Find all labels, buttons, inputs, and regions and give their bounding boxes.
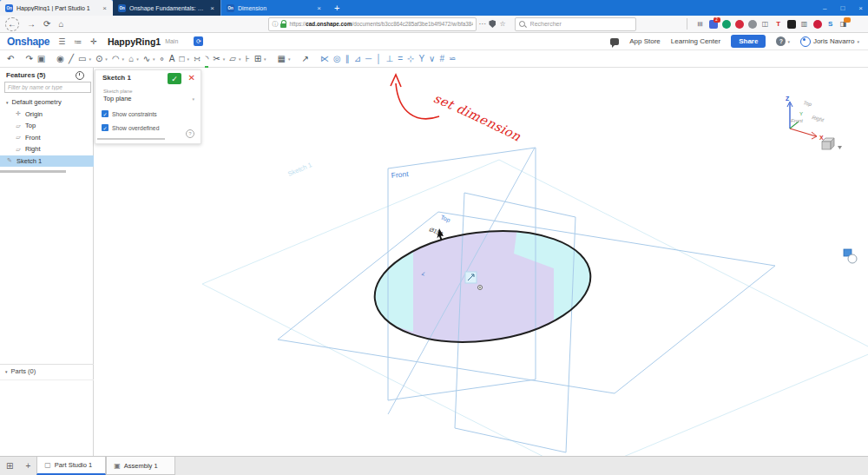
slot-tool-icon-caret[interactable]: ▾	[187, 56, 190, 62]
page-info-icon[interactable]: ⓘ	[272, 20, 278, 29]
main-menu-icon[interactable]: ☰	[58, 37, 65, 46]
ext-red-t-icon[interactable]: T	[774, 20, 783, 29]
arc-tool-icon[interactable]: ◠	[112, 52, 120, 66]
slot-tool-icon[interactable]: □	[180, 52, 185, 66]
feature-tree-item-top[interactable]: ▱Top	[0, 120, 94, 132]
pattern-constraint-icon[interactable]: #	[439, 52, 444, 66]
point-tool-icon[interactable]: ∘	[160, 52, 165, 66]
show-constraints-row[interactable]: ✓ Show constraints	[102, 110, 157, 117]
rectangle-tool-icon-caret[interactable]: ▾	[89, 56, 91, 62]
feature-tree-item-sketch-1[interactable]: ✎Sketch 1	[0, 155, 94, 168]
normal-constraint-icon[interactable]: Y	[418, 52, 424, 66]
onshape-logo[interactable]: Onshape	[7, 36, 49, 48]
ext-red-dot-icon[interactable]	[813, 20, 822, 29]
fillet-tool-icon[interactable]: ◝	[205, 52, 208, 66]
dimension-tool-icon[interactable]: ↗	[302, 52, 309, 66]
ext-window-icon[interactable]: ◫	[761, 20, 770, 29]
document-name[interactable]: HappyRing1	[108, 36, 161, 47]
tangent-constraint-icon[interactable]: ⊿	[354, 52, 361, 66]
tracking-shield-icon[interactable]	[489, 20, 496, 28]
spline-tool-icon-caret[interactable]: ▾	[153, 56, 155, 62]
feature-list-icon[interactable]: ≔	[74, 37, 82, 46]
ext-red-circle-icon[interactable]	[735, 20, 744, 29]
tab-close-icon[interactable]: ×	[102, 4, 108, 12]
reading-list-icon[interactable]: ≣	[696, 20, 705, 29]
help-icon[interactable]: ?	[776, 36, 786, 46]
help-icon[interactable]: ?	[186, 129, 194, 138]
pattern-tool-icon-caret[interactable]: ▾	[264, 56, 266, 62]
search-bar[interactable]	[515, 17, 636, 31]
app-store-link[interactable]: App Store	[629, 37, 661, 45]
show-overdefined-row[interactable]: ✓ Show overdefined	[102, 124, 159, 131]
vertical-constraint-icon[interactable]: │	[376, 52, 381, 66]
ext-sidebar-icon[interactable]: ◨	[839, 20, 848, 29]
window-minimize-button[interactable]: –	[823, 4, 826, 12]
construction-icon[interactable]: ∺	[194, 52, 201, 66]
reload-button[interactable]: ⟳	[43, 19, 50, 29]
circle-tool-icon-caret[interactable]: ▾	[105, 56, 108, 62]
user-menu[interactable]: Joris Navarro ▾	[800, 36, 859, 47]
chevron-down-icon[interactable]: ▾	[192, 96, 194, 102]
offset-constraint-icon[interactable]: ⋍	[449, 52, 456, 66]
share-button[interactable]: Share	[731, 35, 766, 48]
feature-tree-item-front[interactable]: ▱Front	[0, 132, 94, 144]
midpoint-constraint-icon[interactable]: ⊹	[407, 52, 414, 66]
browser-tab-happyring[interactable]: On HappyRing1 | Part Studio 1 ×	[0, 0, 113, 16]
sketch-plane-value[interactable]: Top plane	[103, 95, 132, 102]
comments-icon[interactable]	[610, 38, 619, 45]
cancel-button[interactable]: ✕	[188, 73, 195, 82]
feature-tree-item-default-geometry[interactable]: ▾Default geometry	[0, 96, 94, 109]
transform-tool-icon-caret[interactable]: ▾	[239, 56, 241, 62]
concentric-constraint-icon[interactable]: ◎	[333, 52, 341, 66]
learning-center-link[interactable]: Learning Center	[671, 37, 720, 45]
home-button[interactable]: ⌂	[58, 19, 63, 29]
page-actions-icon[interactable]: ⋯	[478, 20, 485, 28]
tab-close-icon[interactable]: ×	[316, 4, 322, 12]
ext-blue-s-icon[interactable]: S	[826, 20, 835, 29]
checkbox-checked-icon[interactable]: ✓	[102, 110, 108, 117]
text-tool-icon[interactable]: A	[169, 52, 175, 66]
rotate-widget[interactable]	[844, 249, 857, 263]
chevron-down-icon[interactable]: ▾	[6, 100, 9, 105]
search-input[interactable]	[529, 20, 632, 28]
view-cube[interactable]	[822, 138, 842, 149]
tab-close-icon[interactable]: ×	[209, 4, 215, 12]
sync-update-icon[interactable]: ⟳	[194, 36, 203, 46]
ext-black-square-icon[interactable]	[787, 20, 796, 29]
ext-gray-circle-icon[interactable]	[748, 20, 757, 29]
history-icon[interactable]	[76, 71, 84, 80]
forward-button[interactable]: →	[27, 19, 36, 29]
accept-button[interactable]: ✓	[168, 73, 181, 84]
feature-tree-item-right[interactable]: ▱Right	[0, 143, 94, 155]
dialog-resize-grip[interactable]	[97, 138, 165, 140]
trim-tool-icon-caret[interactable]: ▾	[223, 56, 226, 62]
image-tool-icon-caret[interactable]: ▾	[288, 56, 291, 62]
tab-part-studio[interactable]: ▢ Part Studio 1	[36, 457, 106, 475]
symmetric-constraint-icon[interactable]: ∨	[429, 52, 435, 66]
bookmark-star-icon[interactable]: ☆	[499, 20, 505, 28]
tab-assembly[interactable]: ▣ Assembly 1	[106, 457, 175, 475]
back-button[interactable]: ←	[5, 17, 19, 31]
view-cube-caret-icon[interactable]	[838, 146, 842, 149]
coincident-constraint-icon[interactable]: ⋉	[320, 52, 329, 66]
ext-blue-badge-icon[interactable]: 2	[709, 20, 718, 29]
new-element-button[interactable]: +	[19, 457, 36, 475]
arc-tool-icon-caret[interactable]: ▾	[122, 56, 125, 62]
units-icon[interactable]: ✛	[90, 37, 97, 46]
line-tool-icon[interactable]: ╱	[69, 52, 74, 66]
feature-tree-item-origin[interactable]: ✛Origin	[0, 109, 94, 121]
workspace-branch[interactable]: Main	[165, 38, 178, 44]
new-tab-button[interactable]: +	[327, 0, 346, 16]
pattern-tool-icon[interactable]: ⊞	[254, 52, 261, 66]
panel-scroll-grip[interactable]	[0, 170, 66, 173]
browser-tab-dimension[interactable]: On Dimension ×	[220, 0, 327, 16]
ext-gray-grid-icon[interactable]: ▥	[800, 20, 809, 29]
rectangle-tool-icon[interactable]: ▭	[78, 52, 86, 66]
polygon-tool-icon[interactable]: ⌂	[128, 52, 134, 66]
manage-tabs-icon[interactable]: ⊞	[0, 457, 19, 475]
parts-section[interactable]: ▾ Parts (0)	[5, 367, 36, 375]
spline-tool-icon[interactable]: ∿	[143, 52, 150, 66]
transform-tool-icon[interactable]: ▱	[229, 52, 236, 66]
image-tool-icon[interactable]: ▦	[278, 52, 286, 66]
measure-icon[interactable]: ⊦	[245, 52, 249, 66]
